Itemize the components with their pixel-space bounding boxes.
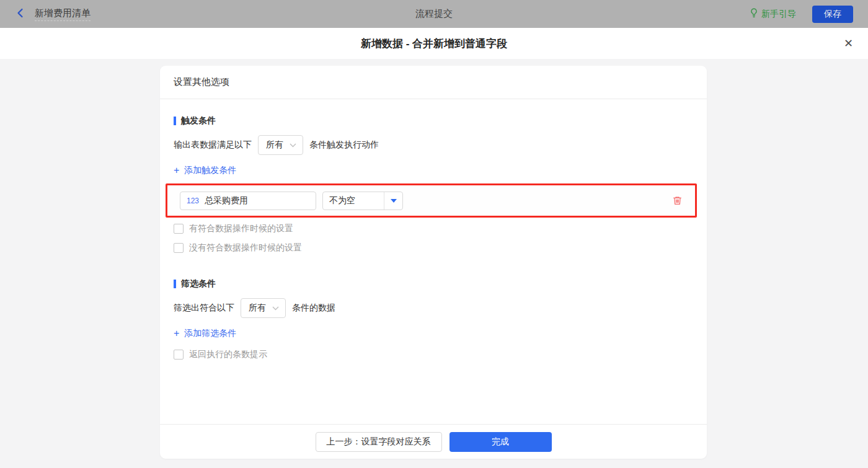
- checkbox-row: 有符合数据操作时候的设置: [174, 223, 693, 234]
- trash-icon: [672, 195, 683, 206]
- number-field-type-badge: 123: [187, 196, 199, 205]
- section-title-trigger-label: 触发条件: [181, 115, 216, 126]
- filter-condition-row: 筛选出符合以下 所有 条件的数据: [174, 298, 693, 318]
- chevron-left-icon: [15, 7, 26, 20]
- card-header-title: 设置其他选项: [160, 66, 707, 99]
- add-trigger-condition-label: 添加触发条件: [184, 165, 236, 176]
- close-icon[interactable]: ✕: [844, 38, 853, 49]
- trigger-match-mode-select[interactable]: 所有: [258, 135, 303, 155]
- add-trigger-condition-link[interactable]: + 添加触发条件: [174, 165, 236, 176]
- filter-match-mode-select[interactable]: 所有: [241, 298, 286, 318]
- save-button[interactable]: 保存: [812, 6, 853, 23]
- checkbox-label: 没有符合数据操作时候的设置: [189, 242, 302, 254]
- done-button[interactable]: 完成: [450, 432, 552, 452]
- dropdown-arrow-zone[interactable]: [384, 192, 402, 210]
- beginner-guide-label: 新手引导: [761, 9, 796, 20]
- delete-rule-button[interactable]: [672, 195, 683, 206]
- modal-header: 新增数据 - 合并新增到普通字段 ✕: [0, 28, 868, 59]
- add-filter-condition-link[interactable]: + 添加筛选条件: [174, 328, 236, 339]
- triangle-down-icon: [391, 199, 397, 203]
- checkbox-label: 返回执行的条数提示: [189, 349, 267, 360]
- section-accent-bar: [174, 280, 176, 288]
- plus-icon: +: [174, 166, 179, 175]
- filter-match-mode-value: 所有: [249, 302, 266, 314]
- plus-icon: +: [174, 329, 179, 338]
- add-filter-condition-label: 添加筛选条件: [184, 328, 236, 339]
- section-title-trigger: 触发条件: [174, 115, 693, 126]
- checkbox-row: 没有符合数据操作时候的设置: [174, 242, 693, 254]
- trigger-match-mode-value: 所有: [266, 139, 283, 151]
- chevron-down-icon: [272, 306, 279, 311]
- trigger-condition-prefix: 输出表数据满足以下: [174, 139, 252, 151]
- section-title-filter-label: 筛选条件: [181, 278, 216, 289]
- chevron-down-icon: [290, 143, 296, 148]
- checkbox-has-matching-data[interactable]: [174, 224, 184, 234]
- filter-condition-suffix: 条件的数据: [292, 302, 335, 314]
- modal-title: 新增数据 - 合并新增到普通字段: [361, 37, 507, 51]
- checkbox-no-matching-data[interactable]: [174, 243, 184, 253]
- settings-card: 设置其他选项 触发条件 输出表数据满足以下 所有 条件触发执行动作 + 添加触发…: [160, 66, 707, 459]
- checkbox-return-count-hint[interactable]: [174, 350, 184, 360]
- trigger-condition-suffix: 条件触发执行动作: [309, 139, 379, 151]
- back-button[interactable]: [15, 7, 26, 20]
- section-accent-bar: [174, 117, 176, 125]
- section-title-filter: 筛选条件: [174, 278, 693, 289]
- trigger-rule-row-highlighted: 123 总采购费用 不为空: [166, 183, 697, 218]
- lightbulb-icon: [750, 8, 758, 20]
- trigger-condition-row: 输出表数据满足以下 所有 条件触发执行动作: [174, 135, 693, 155]
- document-title[interactable]: 新增费用清单: [35, 7, 91, 21]
- rule-field-input[interactable]: 123 总采购费用: [180, 192, 316, 210]
- topbar: 新增费用清单 流程提交 新手引导 保存: [0, 0, 868, 28]
- previous-step-button[interactable]: 上一步：设置字段对应关系: [316, 432, 442, 452]
- checkbox-row: 返回执行的条数提示: [174, 349, 693, 360]
- rule-operator-value: 不为空: [323, 192, 384, 210]
- checkbox-label: 有符合数据操作时候的设置: [189, 223, 293, 234]
- filter-condition-prefix: 筛选出符合以下: [174, 302, 234, 314]
- card-footer: 上一步：设置字段对应关系 完成: [160, 424, 707, 459]
- rule-operator-select[interactable]: 不为空: [322, 192, 403, 210]
- beginner-guide-link[interactable]: 新手引导: [750, 8, 796, 20]
- rule-field-name: 总采购费用: [205, 195, 248, 206]
- page-title: 流程提交: [0, 8, 868, 20]
